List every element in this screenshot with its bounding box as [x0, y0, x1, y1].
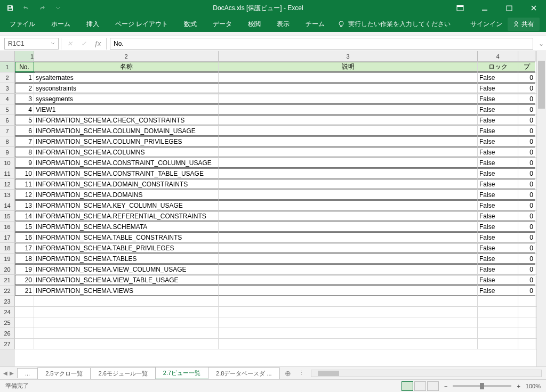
sheet-nav[interactable]: ◀▶ [0, 370, 17, 376]
cell[interactable] [478, 317, 518, 328]
row-header[interactable]: 8 [0, 136, 15, 147]
cell[interactable] [219, 72, 478, 83]
cell[interactable] [34, 307, 219, 317]
cell[interactable]: INFORMATION_SCHEMA.KEY_COLUMN_USAGE [34, 200, 219, 210]
cell[interactable]: False [478, 104, 518, 115]
row-header[interactable]: 1 [0, 62, 15, 72]
cell[interactable]: 0 [518, 126, 535, 136]
cell[interactable] [219, 275, 478, 285]
cell[interactable] [219, 104, 478, 115]
cell[interactable]: 9 [15, 158, 34, 168]
cell[interactable]: 13 [15, 200, 34, 210]
cell[interactable]: 10 [15, 168, 34, 178]
sheet-tab-ellipsis[interactable]: ... [17, 368, 38, 378]
cell[interactable] [15, 317, 34, 328]
col-header[interactable]: 1 [15, 51, 34, 62]
cell[interactable]: False [478, 243, 518, 253]
redo-button[interactable] [35, 1, 49, 15]
row-header[interactable]: 12 [0, 179, 15, 190]
new-sheet-button[interactable]: ⊕ [279, 368, 296, 379]
row-header[interactable]: 7 [0, 126, 15, 136]
row-header[interactable]: 9 [0, 147, 15, 158]
cell[interactable] [518, 328, 535, 338]
cell[interactable] [219, 94, 478, 104]
cell[interactable]: False [478, 190, 518, 200]
sheet-tab-database[interactable]: 2.8データベースダ ... [208, 368, 280, 379]
row-header[interactable]: 4 [0, 94, 15, 104]
cell[interactable]: INFORMATION_SCHEMA.VIEW_COLUMN_USAGE [34, 264, 219, 274]
cell[interactable] [34, 317, 219, 328]
cell[interactable]: 0 [518, 264, 535, 274]
row-header[interactable]: 18 [0, 243, 15, 254]
row-header[interactable]: 26 [0, 328, 15, 339]
cell[interactable] [219, 243, 478, 253]
row-header[interactable]: 14 [0, 200, 15, 211]
cell[interactable] [478, 296, 518, 306]
row-header[interactable]: 5 [0, 104, 15, 115]
maximize-button[interactable] [497, 0, 521, 16]
tab-view[interactable]: 表示 [269, 17, 297, 32]
cell[interactable]: False [478, 136, 518, 146]
share-button[interactable]: 共有 [508, 18, 540, 31]
cell[interactable]: 0 [518, 243, 535, 253]
tab-formulas[interactable]: 数式 [176, 17, 204, 32]
row-header[interactable]: 23 [0, 296, 15, 307]
row-header[interactable]: 2 [0, 72, 15, 83]
row-header[interactable]: 21 [0, 275, 15, 285]
cell[interactable] [15, 328, 34, 338]
cell[interactable]: INFORMATION_SCHEMA.COLUMN_DOMAIN_USAGE [34, 126, 219, 136]
horizontal-scrollbar[interactable] [311, 370, 542, 377]
cell[interactable] [34, 328, 219, 338]
row-header[interactable]: 24 [0, 307, 15, 317]
cell[interactable]: 0 [518, 83, 535, 93]
cell[interactable]: 0 [518, 168, 535, 178]
tab-review[interactable]: 校閲 [240, 17, 268, 32]
row-header[interactable]: 20 [0, 264, 15, 275]
cell[interactable] [15, 339, 34, 349]
tab-team[interactable]: チーム [298, 17, 332, 32]
expand-formula-bar[interactable]: ⌄ [536, 40, 546, 47]
cell[interactable]: 18 [15, 254, 34, 264]
view-page-layout-button[interactable] [414, 381, 426, 391]
cell[interactable]: False [478, 147, 518, 157]
row-header[interactable]: 15 [0, 211, 15, 222]
cell[interactable] [219, 296, 478, 306]
enter-formula-button[interactable]: ✓ [77, 38, 90, 50]
name-box[interactable]: R1C1 [4, 38, 59, 50]
row-header[interactable]: 19 [0, 254, 15, 264]
cell[interactable]: 2 [15, 83, 34, 93]
cell[interactable]: False [478, 285, 518, 296]
col-header[interactable]: 2 [34, 51, 219, 62]
cell[interactable] [15, 307, 34, 317]
select-all-corner[interactable] [0, 51, 15, 62]
cell[interactable] [219, 285, 478, 296]
row-header[interactable]: 13 [0, 190, 15, 200]
cell[interactable]: False [478, 211, 518, 221]
sheet-tab-view[interactable]: 2.7ビュー一覧 [155, 367, 208, 380]
cell[interactable]: 12 [15, 190, 34, 200]
cell[interactable]: INFORMATION_SCHEMA.VIEW_TABLE_USAGE [34, 275, 219, 285]
cell[interactable]: 0 [518, 275, 535, 285]
close-button[interactable] [521, 0, 546, 16]
undo-button[interactable] [19, 1, 33, 15]
row-header[interactable]: 22 [0, 285, 15, 296]
cell[interactable]: INFORMATION_SCHEMA.CONSTRAINT_COLUMN_USA… [34, 158, 219, 168]
cell[interactable] [219, 339, 478, 349]
cell[interactable] [518, 317, 535, 328]
tab-insert[interactable]: 挿入 [79, 17, 107, 32]
cell[interactable]: 3 [15, 94, 34, 104]
cell[interactable] [219, 136, 478, 146]
zoom-in-button[interactable]: + [517, 383, 520, 389]
cell[interactable] [219, 211, 478, 221]
cell[interactable]: False [478, 275, 518, 285]
row-header[interactable]: 10 [0, 158, 15, 168]
cell-header-desc[interactable]: 説明 [219, 62, 478, 72]
cell[interactable]: 4 [15, 104, 34, 115]
cell[interactable]: VIEW1 [34, 104, 219, 115]
cell[interactable]: False [478, 83, 518, 93]
tab-page-layout[interactable]: ページ レイアウト [108, 17, 175, 32]
cell[interactable]: 6 [15, 126, 34, 136]
cell[interactable] [219, 168, 478, 178]
signin-link[interactable]: サインイン [470, 20, 502, 29]
cell[interactable] [219, 307, 478, 317]
